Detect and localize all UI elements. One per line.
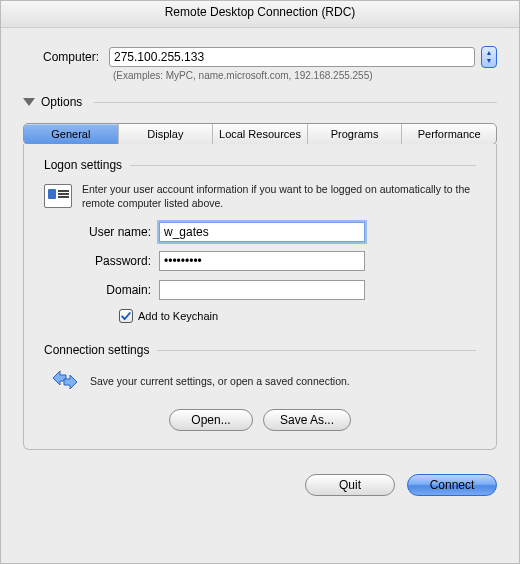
keychain-label: Add to Keychain: [138, 310, 218, 322]
options-disclosure-row: Options: [23, 95, 497, 109]
footer-buttons: Quit Connect: [1, 474, 519, 512]
password-row: Password:: [44, 251, 476, 271]
options-label: Options: [41, 95, 82, 109]
save-as-button[interactable]: Save As...: [263, 409, 351, 431]
tab-general[interactable]: General: [24, 124, 119, 144]
connection-section: Connection settings Save your current se…: [44, 343, 476, 431]
keychain-checkbox[interactable]: [119, 309, 133, 323]
connection-header-label: Connection settings: [44, 343, 149, 357]
computer-input[interactable]: [109, 47, 475, 67]
tab-programs[interactable]: Programs: [308, 124, 403, 144]
connection-buttons: Open... Save As...: [44, 409, 476, 431]
logon-header-label: Logon settings: [44, 158, 122, 172]
chevron-down-icon: ▼: [486, 57, 493, 65]
computer-examples: (Examples: MyPC, name.microsoft.com, 192…: [113, 70, 497, 81]
domain-row: Domain:: [44, 280, 476, 300]
open-button[interactable]: Open...: [169, 409, 253, 431]
computer-history-stepper[interactable]: ▲ ▼: [481, 46, 497, 68]
disclosure-triangle-icon[interactable]: [23, 98, 35, 106]
connection-help-text: Save your current settings, or open a sa…: [90, 374, 350, 388]
chevron-up-icon: ▲: [486, 49, 493, 57]
id-card-icon: [44, 184, 72, 208]
tab-local-resources[interactable]: Local Resources: [213, 124, 308, 144]
open-save-arrows-icon: [50, 367, 80, 395]
username-label: User name:: [44, 225, 159, 239]
username-input[interactable]: [159, 222, 365, 242]
tab-display[interactable]: Display: [119, 124, 214, 144]
general-panel: Logon settings Enter your user account i…: [23, 144, 497, 450]
connect-button[interactable]: Connect: [407, 474, 497, 496]
logon-header: Logon settings: [44, 158, 476, 172]
connection-header: Connection settings: [44, 343, 476, 357]
tab-performance[interactable]: Performance: [402, 124, 496, 144]
username-row: User name:: [44, 222, 476, 242]
divider: [130, 165, 476, 166]
connection-body: Save your current settings, or open a sa…: [50, 367, 476, 395]
window-title: Remote Desktop Connection (RDC): [1, 1, 519, 28]
divider: [157, 350, 476, 351]
checkmark-icon: [120, 310, 132, 322]
domain-input[interactable]: [159, 280, 365, 300]
logon-help-text: Enter your user account information if y…: [82, 182, 476, 210]
tab-bar: General Display Local Resources Programs…: [23, 123, 497, 145]
computer-row: Computer: ▲ ▼: [23, 46, 497, 68]
domain-label: Domain:: [44, 283, 159, 297]
divider: [94, 102, 497, 103]
keychain-row: Add to Keychain: [119, 309, 476, 323]
computer-label: Computer:: [23, 50, 103, 64]
password-input[interactable]: [159, 251, 365, 271]
content-area: Computer: ▲ ▼ (Examples: MyPC, name.micr…: [1, 28, 519, 458]
password-label: Password:: [44, 254, 159, 268]
quit-button[interactable]: Quit: [305, 474, 395, 496]
rdc-window: Remote Desktop Connection (RDC) Computer…: [0, 0, 520, 564]
logon-help-row: Enter your user account information if y…: [44, 182, 476, 210]
